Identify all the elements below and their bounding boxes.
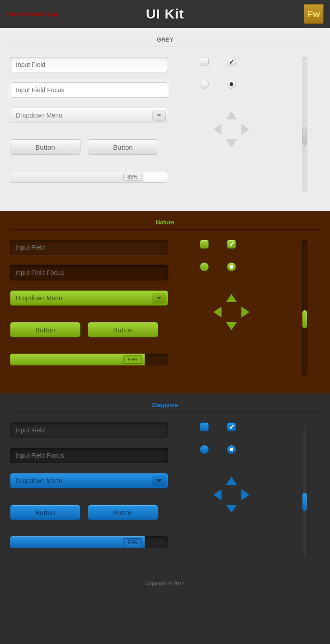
header: Free Fireworks*.png UI Kit Fw (0, 0, 330, 28)
dropdown-label: Dropdown Menu (16, 294, 62, 302)
section-title: GREY (10, 36, 320, 47)
radio-dot-icon (230, 82, 233, 86)
checkbox-unchecked[interactable] (200, 57, 209, 66)
chevron-down-icon (152, 110, 166, 121)
checkbox-checked[interactable]: ✓ (227, 57, 236, 66)
arrow-up-icon[interactable] (226, 111, 237, 119)
dropdown-menu[interactable]: Dropdown Menu (10, 473, 168, 488)
button-secondary[interactable]: Button (88, 322, 158, 337)
scrollbar-thumb[interactable] (302, 128, 307, 146)
arrow-right-icon[interactable] (241, 124, 250, 135)
input-field-focus[interactable] (10, 82, 168, 98)
button-secondary[interactable]: Button (88, 139, 158, 155)
arrow-left-icon[interactable] (213, 124, 222, 135)
arrow-down-icon[interactable] (226, 139, 237, 147)
button-secondary[interactable]: Button (88, 505, 158, 520)
dropdown-label: Dropdown Menu (16, 477, 62, 484)
scrollbar-thumb[interactable] (302, 310, 307, 328)
theme-section-elegance: Elegance Dropdown Menu Button Button (0, 393, 330, 576)
progress-bar: 85% (10, 171, 168, 183)
footer-copyright: Copyright © 2011 (0, 576, 330, 592)
progress-label: 85% (123, 355, 141, 364)
progress-label: 85% (123, 173, 141, 181)
arrow-up-icon[interactable] (226, 477, 237, 485)
arrow-left-icon[interactable] (213, 307, 222, 317)
radio-unchecked[interactable] (200, 445, 209, 454)
checkbox-unchecked[interactable] (200, 240, 209, 249)
checkbox-unchecked[interactable] (200, 422, 209, 431)
arrow-right-icon[interactable] (241, 307, 250, 317)
radio-dot-icon (230, 265, 233, 269)
progress-label: 85% (123, 538, 141, 546)
progress-fill: 85% (10, 354, 145, 365)
header-title: UI Kit (146, 6, 184, 22)
header-tagline: Free Fireworks*.png (6, 11, 58, 17)
arrow-down-icon[interactable] (226, 322, 237, 330)
chevron-down-icon (152, 293, 166, 303)
radio-checked[interactable] (227, 80, 236, 89)
dpad (213, 294, 250, 330)
scrollbar-thumb[interactable] (302, 493, 307, 511)
input-field[interactable] (10, 422, 168, 438)
input-field[interactable] (10, 57, 168, 72)
radio-dot-icon (230, 448, 233, 451)
dropdown-label: Dropdown Menu (16, 112, 62, 119)
dpad (213, 477, 250, 513)
radio-checked[interactable] (227, 262, 236, 271)
arrow-down-icon[interactable] (226, 505, 237, 513)
radio-unchecked[interactable] (200, 80, 209, 89)
scrollbar-track[interactable] (302, 422, 307, 558)
section-title: Elegance (10, 402, 320, 412)
arrow-left-icon[interactable] (213, 489, 222, 500)
dpad (213, 111, 250, 147)
radio-checked[interactable] (227, 445, 236, 454)
arrow-up-icon[interactable] (226, 294, 237, 302)
checkbox-checked[interactable]: ✓ (227, 240, 236, 249)
chevron-down-icon (152, 475, 166, 486)
input-field-focus[interactable] (10, 265, 168, 280)
section-title: Nature (10, 219, 320, 230)
check-icon: ✓ (229, 57, 235, 66)
theme-section-nature: Nature Dropdown Menu Button Button (0, 211, 330, 393)
theme-section-grey: GREY Dropdown Menu Button Button (0, 28, 330, 211)
scrollbar-track[interactable] (302, 240, 307, 375)
button-primary[interactable]: Button (10, 139, 80, 155)
progress-bar: 85% (10, 536, 168, 548)
scrollbar-track[interactable] (302, 57, 307, 193)
button-primary[interactable]: Button (10, 505, 80, 520)
input-field-focus[interactable] (10, 448, 168, 463)
input-field[interactable] (10, 240, 168, 255)
dropdown-menu[interactable]: Dropdown Menu (10, 108, 168, 123)
progress-bar: 85% (10, 354, 168, 365)
check-icon: ✓ (229, 423, 235, 431)
dropdown-menu[interactable]: Dropdown Menu (10, 290, 168, 306)
progress-fill: 85% (10, 536, 145, 548)
fireworks-logo-icon: Fw (304, 4, 324, 24)
checkbox-checked[interactable]: ✓ (227, 422, 236, 431)
radio-unchecked[interactable] (200, 262, 209, 271)
progress-fill: 85% (10, 171, 144, 182)
arrow-right-icon[interactable] (241, 489, 250, 500)
button-primary[interactable]: Button (10, 322, 80, 337)
check-icon: ✓ (229, 240, 235, 249)
